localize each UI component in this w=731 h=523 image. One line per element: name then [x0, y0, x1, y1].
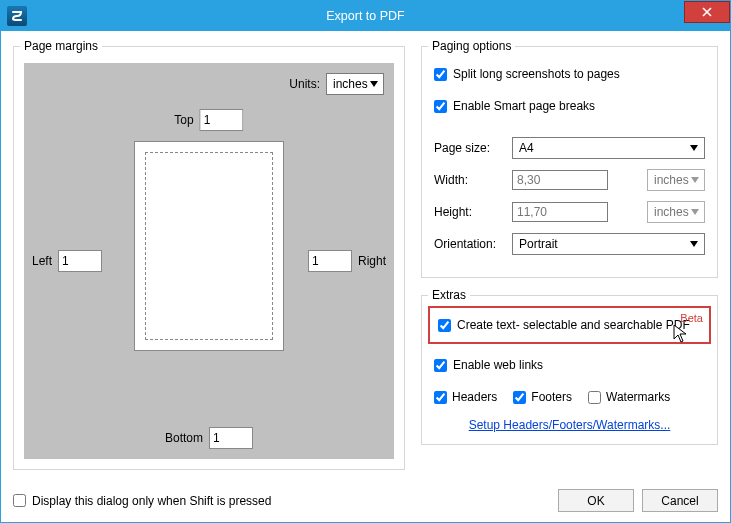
- paging-options-legend: Paging options: [428, 39, 515, 53]
- extras-legend: Extras: [428, 288, 470, 302]
- setup-headers-footers-link[interactable]: Setup Headers/Footers/Watermarks...: [434, 418, 705, 432]
- shift-only-checkbox[interactable]: Display this dialog only when Shift is p…: [13, 494, 550, 508]
- units-select[interactable]: inches: [326, 73, 384, 95]
- width-unit-select: inches: [647, 169, 705, 191]
- pagesize-select[interactable]: A4: [512, 137, 705, 159]
- chevron-down-icon: [689, 203, 702, 221]
- ok-button[interactable]: OK: [558, 489, 634, 512]
- shift-only-label: Display this dialog only when Shift is p…: [32, 494, 271, 508]
- footers-checkbox[interactable]: Footers: [513, 390, 572, 404]
- pagesize-select-value: A4: [519, 141, 534, 155]
- split-screenshots-checkbox[interactable]: Split long screenshots to pages: [434, 67, 620, 81]
- margin-bottom-label: Bottom: [165, 431, 203, 445]
- chevron-down-icon: [368, 75, 381, 93]
- footers-input[interactable]: [513, 391, 526, 404]
- weblinks-checkbox[interactable]: Enable web links: [434, 358, 543, 372]
- watermarks-checkbox[interactable]: Watermarks: [588, 390, 670, 404]
- width-unit-value: inches: [654, 173, 689, 187]
- margin-bottom-input[interactable]: [209, 427, 253, 449]
- margins-preview: Units: inches Top L: [24, 63, 394, 459]
- window-title: Export to PDF: [1, 9, 730, 23]
- pagesize-label: Page size:: [434, 141, 504, 155]
- chevron-down-icon: [689, 171, 702, 189]
- smart-breaks-input[interactable]: [434, 100, 447, 113]
- margin-top-input[interactable]: [200, 109, 244, 131]
- smart-breaks-checkbox[interactable]: Enable Smart page breaks: [434, 99, 595, 113]
- extras-group: Extras Beta Create text- selectable and …: [421, 288, 718, 445]
- height-unit-select: inches: [647, 201, 705, 223]
- margin-right-label: Right: [358, 254, 386, 268]
- margin-left-label: Left: [32, 254, 52, 268]
- searchable-pdf-checkbox[interactable]: Create text- selectable and searchable P…: [438, 318, 701, 332]
- watermarks-label: Watermarks: [606, 390, 670, 404]
- headers-input[interactable]: [434, 391, 447, 404]
- titlebar: Export to PDF: [1, 1, 730, 31]
- orientation-select[interactable]: Portrait: [512, 233, 705, 255]
- smart-breaks-label: Enable Smart page breaks: [453, 99, 595, 113]
- orientation-label: Orientation:: [434, 237, 504, 251]
- headers-checkbox[interactable]: Headers: [434, 390, 497, 404]
- width-input: [512, 170, 608, 190]
- weblinks-label: Enable web links: [453, 358, 543, 372]
- weblinks-input[interactable]: [434, 359, 447, 372]
- app-icon: [7, 6, 27, 26]
- close-icon: [702, 7, 712, 17]
- height-label: Height:: [434, 205, 504, 219]
- headers-label: Headers: [452, 390, 497, 404]
- footers-label: Footers: [531, 390, 572, 404]
- margin-left-input[interactable]: [58, 250, 102, 272]
- chevron-down-icon: [686, 235, 702, 253]
- searchable-pdf-label: Create text- selectable and searchable P…: [457, 318, 690, 332]
- searchable-pdf-input[interactable]: [438, 319, 451, 332]
- split-screenshots-label: Split long screenshots to pages: [453, 67, 620, 81]
- export-to-pdf-window: Export to PDF Page margins Units: inches: [0, 0, 731, 523]
- orientation-select-value: Portrait: [519, 237, 558, 251]
- page-margins-group: Page margins Units: inches: [13, 39, 405, 470]
- shift-only-input[interactable]: [13, 494, 26, 507]
- page-preview-inner: [145, 152, 273, 340]
- beta-tag: Beta: [680, 312, 703, 324]
- cancel-button[interactable]: Cancel: [642, 489, 718, 512]
- margin-top-label: Top: [174, 113, 193, 127]
- units-select-value: inches: [333, 77, 368, 91]
- margin-right-input[interactable]: [308, 250, 352, 272]
- close-button[interactable]: [684, 1, 730, 23]
- width-label: Width:: [434, 173, 504, 187]
- split-screenshots-input[interactable]: [434, 68, 447, 81]
- page-margins-legend: Page margins: [20, 39, 102, 53]
- client-area: Page margins Units: inches: [1, 31, 730, 522]
- paging-options-group: Paging options Split long screenshots to…: [421, 39, 718, 278]
- chevron-down-icon: [686, 139, 702, 157]
- height-input: [512, 202, 608, 222]
- searchable-pdf-callout: Beta Create text- selectable and searcha…: [428, 306, 711, 344]
- units-label: Units:: [289, 77, 320, 91]
- page-preview-rect: [134, 141, 284, 351]
- watermarks-input[interactable]: [588, 391, 601, 404]
- height-unit-value: inches: [654, 205, 689, 219]
